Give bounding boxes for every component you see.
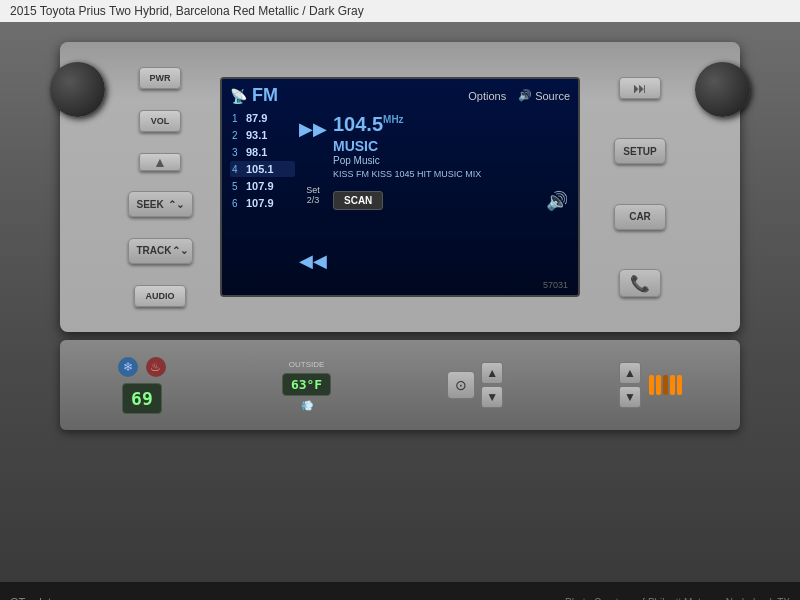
bottom-info-bar: GTcarlot.com Photo Courtesy of Philpott … [0, 582, 800, 600]
nav-forward-button[interactable]: ▶▶ [299, 120, 327, 138]
now-playing: 104.5MHz MUSIC Pop Music KISS FM KISS 10… [331, 110, 570, 280]
heat-bar-5 [677, 375, 682, 395]
top-bar: 2015 Toyota Prius Two Hybrid, Barcelona … [0, 0, 800, 22]
watermark: GTcarlot.com [10, 596, 75, 600]
page-title: 2015 Toyota Prius Two Hybrid, Barcelona … [10, 4, 364, 18]
interior-temp-display: 69 [122, 383, 162, 414]
screen-content: 1 87.9 2 93.1 3 98.1 [230, 110, 570, 280]
nav-back-button[interactable]: ◀◀ [299, 252, 327, 270]
middle-nav: ▶▶ Set 2/3 ◀◀ [299, 110, 327, 280]
fan-up-button[interactable]: ▲ [481, 362, 503, 384]
seek-arrows-icon: ⌃⌄ [168, 199, 184, 210]
fan-speed-cluster: ▲ ▼ [481, 362, 503, 408]
mute-icon[interactable]: 🔊 [546, 190, 568, 212]
fan-button[interactable]: ⊙ [447, 371, 475, 399]
page-wrapper: 2015 Toyota Prius Two Hybrid, Barcelona … [0, 0, 800, 600]
preset-item-1[interactable]: 1 87.9 [230, 110, 295, 126]
setup-button[interactable]: SETUP [614, 138, 666, 164]
set-label: Set 2/3 [306, 185, 320, 205]
source-button[interactable]: 🔊 Source [518, 89, 570, 102]
car-button[interactable]: CAR [614, 204, 666, 230]
preset-item-2[interactable]: 2 93.1 [230, 127, 295, 143]
station-name: KISS FM KISS 1045 HIT MUSIC MIX [333, 169, 568, 180]
volume-knob[interactable] [50, 62, 105, 117]
unit-id: 57031 [543, 280, 568, 290]
heat-indicator [649, 375, 682, 395]
preset-item-5[interactable]: 5 107.9 [230, 178, 295, 194]
temp-right-section: ▲ ▼ [619, 362, 682, 408]
genre-label: MUSIC [333, 138, 568, 154]
scan-button[interactable]: SCAN [333, 191, 383, 210]
right-button-panel: ⏭ SETUP CAR 📞 [595, 42, 685, 332]
screen-inner: 📡 FM Options 🔊 Source [222, 79, 578, 295]
audio-button[interactable]: AUDIO [134, 285, 186, 307]
preset-item-6[interactable]: 6 107.9 [230, 195, 295, 211]
temp-up-button[interactable]: ▲ [619, 362, 641, 384]
preset-list: 1 87.9 2 93.1 3 98.1 [230, 110, 295, 280]
car-interior: PWR VOL ▲ SEEK ⌃⌄ TRACK ⌃⌄ AUDIO [0, 22, 800, 582]
seek-button[interactable]: SEEK ⌃⌄ [128, 191, 193, 217]
head-unit: PWR VOL ▲ SEEK ⌃⌄ TRACK ⌃⌄ AUDIO [60, 42, 740, 332]
heat-bar-1 [649, 375, 654, 395]
heat-bar-4 [670, 375, 675, 395]
ac-icon[interactable]: ❄ [118, 357, 138, 377]
phone-button[interactable]: 📞 [619, 269, 661, 297]
current-frequency: 104.5MHz [333, 114, 568, 134]
wind-icon: 💨 [301, 400, 313, 411]
preset-item-4[interactable]: 4 105.1 [230, 161, 295, 177]
seek-block: SEEK ⌃⌄ [128, 191, 193, 217]
screen-top-right: Options 🔊 Source [468, 89, 570, 102]
left-button-panel: PWR VOL ▲ SEEK ⌃⌄ TRACK ⌃⌄ AUDIO [115, 42, 205, 332]
fm-badge: 📡 FM [230, 85, 278, 106]
options-button[interactable]: Options [468, 90, 506, 102]
screen-top-row: 📡 FM Options 🔊 Source [230, 85, 570, 106]
climate-icons: ❄ ♨ [118, 357, 166, 377]
vol-button[interactable]: VOL [139, 110, 181, 132]
climate-left: ❄ ♨ 69 [118, 357, 166, 414]
speaker-icon: 🔊 [518, 89, 532, 102]
antenna-icon: 📡 [230, 88, 247, 104]
temp-up-down-cluster: ▲ ▼ [619, 362, 641, 408]
subgenre-label: Pop Music [333, 155, 568, 166]
heat-bar-2 [656, 375, 661, 395]
screen-bottom: SCAN 🔊 [333, 188, 568, 212]
outside-temp-section: OUTSIDE 63°F 💨 [282, 360, 331, 411]
fan-controls: ⊙ ▲ ▼ [447, 362, 503, 408]
skip-forward-button[interactable]: ⏭ [619, 77, 661, 99]
radio-screen: 📡 FM Options 🔊 Source [220, 77, 580, 297]
photo-credit: Photo Courtesy of Philpott Motors – Nede… [565, 597, 790, 601]
tuner-knob[interactable] [695, 62, 750, 117]
outside-label: OUTSIDE [289, 360, 325, 369]
fm-label: FM [252, 85, 278, 106]
track-button[interactable]: TRACK ⌃⌄ [128, 238, 193, 264]
heat-icon[interactable]: ♨ [146, 357, 166, 377]
power-button[interactable]: PWR [139, 67, 181, 89]
fan-down-button[interactable]: ▼ [481, 386, 503, 408]
outside-temp-display: 63°F [282, 373, 331, 396]
eject-button[interactable]: ▲ [139, 153, 181, 171]
heat-bar-3 [663, 375, 668, 395]
preset-item-3[interactable]: 3 98.1 [230, 144, 295, 160]
lower-dash: ❄ ♨ 69 OUTSIDE 63°F 💨 ⊙ ▲ ▼ [60, 340, 740, 430]
temp-down-button[interactable]: ▼ [619, 386, 641, 408]
track-arrows-icon: ⌃⌄ [172, 245, 188, 256]
